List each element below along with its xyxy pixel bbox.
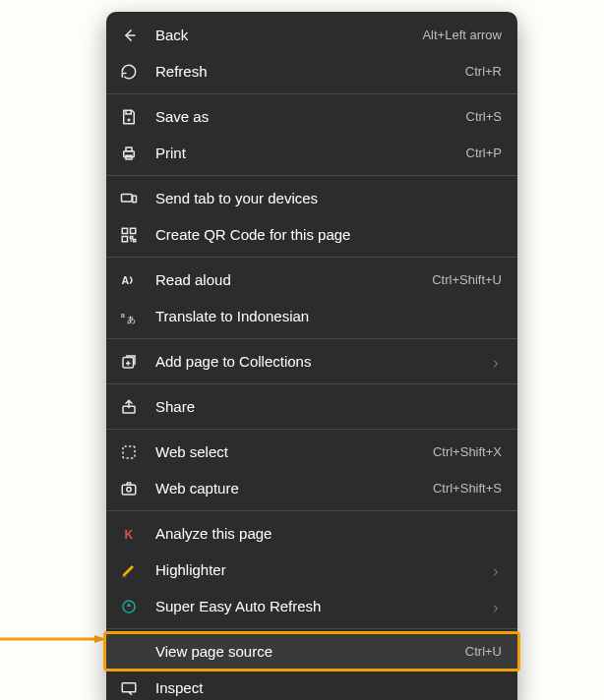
read-aloud-icon bbox=[120, 271, 138, 289]
menu-item-label: Web select bbox=[155, 443, 425, 460]
blank-icon bbox=[120, 643, 138, 661]
save-icon bbox=[120, 108, 138, 126]
web-select-icon bbox=[120, 443, 138, 461]
menu-item-shortcut: Ctrl+Shift+U bbox=[432, 272, 502, 287]
menu-separator bbox=[106, 175, 517, 176]
collections-icon bbox=[120, 353, 138, 371]
menu-item-shortcut: Ctrl+P bbox=[466, 146, 502, 160]
menu-item-analyze[interactable]: Analyze this page bbox=[106, 515, 517, 552]
menu-item-back[interactable]: Back Alt+Left arrow bbox=[106, 17, 517, 53]
menu-separator bbox=[106, 510, 517, 511]
menu-item-shortcut: Ctrl+Shift+X bbox=[433, 444, 502, 459]
menu-item-highlighter[interactable]: Highlighter bbox=[106, 552, 517, 588]
menu-item-read-aloud[interactable]: Read aloud Ctrl+Shift+U bbox=[106, 262, 517, 298]
devices-icon bbox=[120, 190, 138, 207]
camera-icon bbox=[120, 480, 138, 497]
menu-item-web-select[interactable]: Web select Ctrl+Shift+X bbox=[106, 434, 517, 470]
menu-item-collections[interactable]: Add page to Collections bbox=[106, 343, 517, 379]
menu-item-web-capture[interactable]: Web capture Ctrl+Shift+S bbox=[106, 470, 517, 506]
translate-icon bbox=[120, 308, 138, 325]
menu-separator bbox=[106, 338, 517, 339]
menu-item-label: Highlighter bbox=[155, 561, 482, 578]
print-icon bbox=[120, 145, 138, 162]
menu-item-label: Refresh bbox=[155, 63, 457, 80]
menu-item-view-source[interactable]: View page source Ctrl+U bbox=[106, 633, 517, 670]
menu-item-refresh[interactable]: Refresh Ctrl+R bbox=[106, 53, 517, 89]
menu-item-label: Analyze this page bbox=[155, 525, 502, 542]
menu-separator bbox=[106, 383, 517, 384]
qr-code-icon bbox=[120, 226, 138, 244]
menu-separator bbox=[106, 93, 517, 94]
menu-item-label: Send tab to your devices bbox=[155, 190, 502, 206]
share-icon bbox=[120, 398, 138, 416]
menu-item-qr-code[interactable]: Create QR Code for this page bbox=[106, 216, 517, 253]
menu-item-label: Create QR Code for this page bbox=[155, 226, 502, 243]
highlighter-extension-icon bbox=[120, 561, 138, 579]
menu-item-save-as[interactable]: Save as Ctrl+S bbox=[106, 98, 517, 135]
menu-item-send-tab[interactable]: Send tab to your devices bbox=[106, 180, 517, 216]
chevron-right-icon bbox=[490, 356, 502, 368]
menu-item-label: Print bbox=[155, 145, 458, 161]
menu-separator bbox=[106, 257, 517, 258]
refresh-icon bbox=[120, 63, 138, 81]
menu-item-shortcut: Ctrl+S bbox=[466, 109, 502, 124]
menu-item-label: View page source bbox=[155, 643, 457, 660]
menu-item-translate[interactable]: Translate to Indonesian bbox=[106, 298, 517, 334]
analyze-extension-icon bbox=[120, 525, 138, 543]
menu-item-inspect[interactable]: Inspect bbox=[106, 670, 517, 700]
menu-item-label: Translate to Indonesian bbox=[155, 308, 502, 324]
chevron-right-icon bbox=[490, 564, 502, 576]
back-arrow-icon bbox=[120, 27, 138, 44]
menu-item-label: Super Easy Auto Refresh bbox=[155, 598, 482, 614]
menu-item-label: Add page to Collections bbox=[155, 353, 482, 370]
menu-item-label: Share bbox=[155, 398, 502, 415]
chevron-right-icon bbox=[490, 601, 502, 612]
menu-item-label: Back bbox=[155, 27, 414, 43]
menu-item-shortcut: Ctrl+R bbox=[465, 64, 502, 79]
menu-item-label: Web capture bbox=[155, 480, 425, 496]
menu-separator bbox=[106, 429, 517, 430]
menu-item-auto-refresh[interactable]: Super Easy Auto Refresh bbox=[106, 588, 517, 624]
menu-item-shortcut: Ctrl+Shift+S bbox=[433, 481, 502, 496]
inspect-icon bbox=[120, 679, 138, 697]
menu-item-label: Inspect bbox=[155, 679, 502, 696]
menu-item-shortcut: Ctrl+U bbox=[465, 644, 502, 659]
callout-arrow bbox=[0, 629, 108, 637]
menu-item-shortcut: Alt+Left arrow bbox=[422, 28, 502, 42]
menu-item-label: Read aloud bbox=[155, 271, 424, 288]
menu-separator bbox=[106, 628, 517, 629]
menu-item-label: Save as bbox=[155, 108, 458, 125]
menu-item-print[interactable]: Print Ctrl+P bbox=[106, 135, 517, 171]
context-menu: Back Alt+Left arrow Refresh Ctrl+R Save … bbox=[106, 12, 517, 700]
auto-refresh-extension-icon bbox=[120, 598, 138, 615]
menu-item-share[interactable]: Share bbox=[106, 388, 517, 425]
